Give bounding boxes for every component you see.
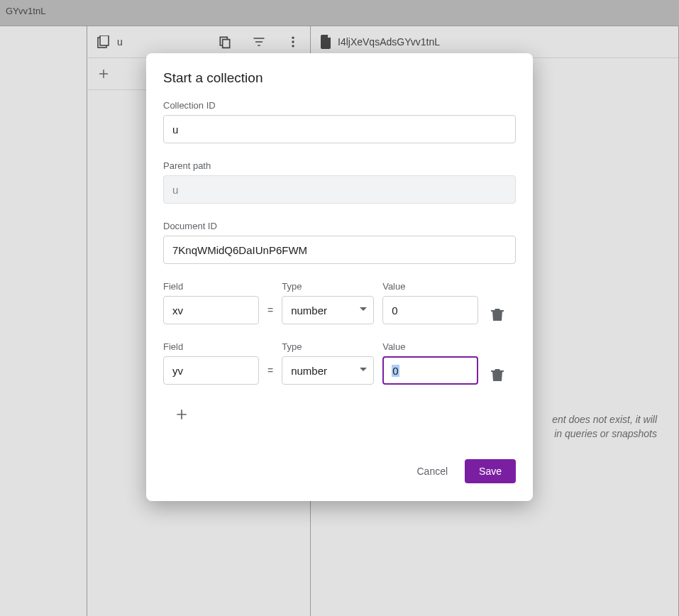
collection-id-input[interactable] [163, 115, 516, 143]
add-field-button[interactable] [163, 402, 200, 427]
field-row: Field = Type number Value [163, 281, 516, 324]
start-collection-dialog: Start a collection Collection ID Parent … [146, 53, 533, 501]
type-value: number [291, 365, 327, 377]
modal-overlay: Start a collection Collection ID Parent … [0, 0, 679, 616]
type-value: number [291, 304, 327, 317]
add-icon [175, 407, 189, 422]
field-name-input[interactable] [163, 296, 259, 324]
delete-field-button[interactable] [491, 368, 504, 385]
field-name-input[interactable] [163, 356, 259, 385]
collection-id-label: Collection ID [163, 100, 516, 111]
type-label: Type [282, 341, 374, 352]
type-select[interactable]: number [282, 356, 374, 385]
field-value-input[interactable] [382, 296, 478, 324]
chevron-down-icon [359, 305, 368, 314]
save-button[interactable]: Save [465, 459, 516, 483]
parent-path-label: Parent path [163, 160, 516, 171]
value-label: Value [382, 281, 478, 292]
delete-field-button[interactable] [491, 307, 504, 324]
type-label: Type [282, 281, 374, 292]
equals-sign: = [267, 365, 273, 385]
parent-path-input [163, 175, 516, 204]
trash-icon [491, 307, 504, 321]
field-value-input[interactable]: 0 [382, 356, 478, 385]
field-label: Field [163, 281, 259, 292]
document-id-input[interactable] [163, 236, 516, 264]
trash-icon [491, 368, 504, 382]
value-label: Value [382, 341, 478, 352]
chevron-down-icon [359, 365, 368, 374]
dialog-title: Start a collection [163, 70, 516, 86]
type-select[interactable]: number [282, 296, 374, 324]
field-label: Field [163, 341, 259, 352]
document-id-label: Document ID [163, 221, 516, 231]
equals-sign: = [267, 304, 273, 324]
field-row: Field = Type number Value 0 [163, 341, 516, 385]
cancel-button[interactable]: Cancel [408, 458, 456, 484]
